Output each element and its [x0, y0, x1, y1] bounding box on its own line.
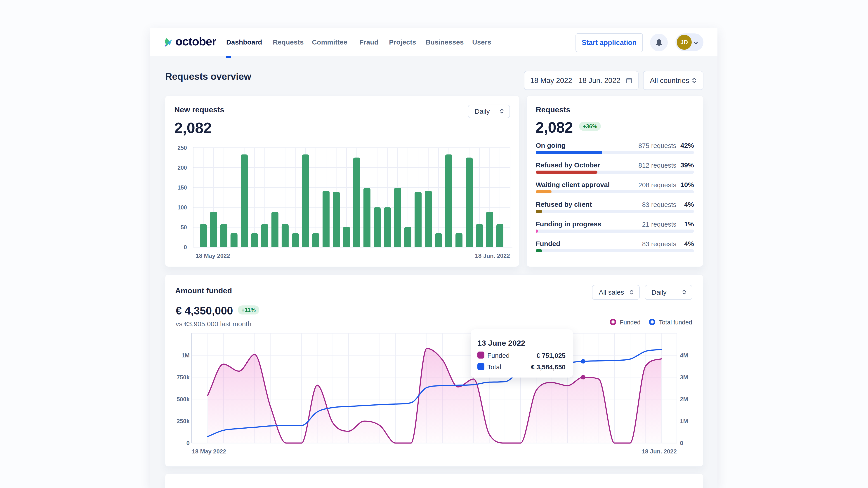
svg-text:18 Jun. 2022: 18 Jun. 2022: [642, 448, 677, 455]
svg-text:18 May 2022: 18 May 2022: [196, 252, 230, 259]
svg-text:250: 250: [178, 144, 187, 151]
svg-text:50: 50: [181, 224, 187, 230]
svg-text:0: 0: [680, 440, 683, 447]
svg-text:250k: 250k: [177, 418, 190, 424]
svg-text:1M: 1M: [680, 418, 688, 424]
svg-text:1M: 1M: [182, 352, 190, 359]
svg-text:4M: 4M: [680, 352, 688, 359]
svg-text:200: 200: [178, 164, 187, 171]
svg-text:3M: 3M: [680, 374, 688, 381]
svg-text:2M: 2M: [680, 396, 688, 402]
svg-text:750k: 750k: [177, 374, 190, 381]
svg-text:500k: 500k: [177, 396, 190, 402]
svg-text:150: 150: [178, 184, 187, 191]
svg-text:18 May 2022: 18 May 2022: [192, 448, 226, 455]
svg-text:0: 0: [186, 440, 190, 447]
svg-text:18 Jun. 2022: 18 Jun. 2022: [475, 252, 510, 259]
svg-text:0: 0: [184, 244, 187, 250]
svg-text:100: 100: [178, 204, 187, 210]
